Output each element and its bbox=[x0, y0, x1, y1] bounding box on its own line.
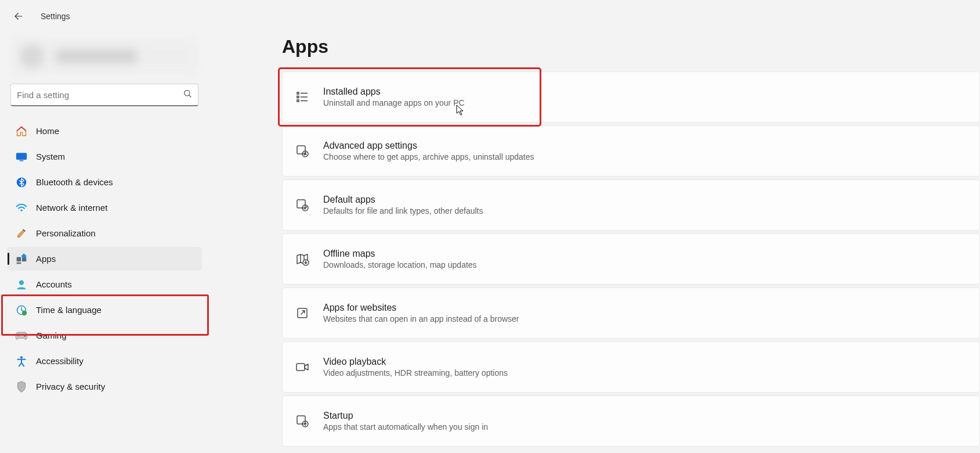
sidebar-item-privacy[interactable]: Privacy & security bbox=[7, 375, 202, 398]
sidebar-item-label: Personalization bbox=[36, 228, 96, 238]
svg-rect-19 bbox=[297, 100, 299, 102]
arrow-left-icon bbox=[13, 11, 24, 21]
sidebar-item-accessibility[interactable]: Accessibility bbox=[7, 349, 202, 373]
svg-point-14 bbox=[23, 334, 24, 335]
avatar bbox=[20, 44, 44, 69]
svg-rect-18 bbox=[297, 96, 299, 98]
svg-point-13 bbox=[22, 310, 27, 315]
card-video-playback[interactable]: Video playback Video adjustments, HDR st… bbox=[282, 341, 980, 393]
accounts-icon bbox=[15, 278, 28, 291]
list-grid-icon bbox=[294, 89, 310, 105]
card-advanced-app-settings[interactable]: Advanced app settings Choose where to ge… bbox=[282, 125, 980, 177]
svg-point-16 bbox=[20, 356, 23, 358]
paintbrush-icon bbox=[15, 227, 28, 240]
sidebar-item-label: Time & language bbox=[36, 305, 102, 315]
svg-line-2 bbox=[189, 95, 191, 97]
sidebar-item-personalization[interactable]: Personalization bbox=[7, 221, 202, 245]
svg-rect-25 bbox=[297, 200, 305, 208]
card-subtitle: Choose where to get apps, archive apps, … bbox=[323, 152, 534, 163]
bluetooth-icon bbox=[15, 176, 28, 189]
card-offline-maps[interactable]: Offline maps Downloads, storage location… bbox=[282, 233, 980, 285]
page-title: Apps bbox=[282, 36, 980, 57]
card-title: Apps for websites bbox=[323, 301, 519, 314]
card-installed-apps[interactable]: Installed apps Uninstall and manage apps… bbox=[282, 71, 980, 123]
card-title: Offline maps bbox=[323, 247, 477, 260]
sidebar-item-label: Gaming bbox=[36, 330, 67, 340]
open-external-icon bbox=[294, 305, 310, 321]
sidebar-item-label: Bluetooth & devices bbox=[36, 177, 113, 187]
sidebar-item-apps[interactable]: Apps bbox=[7, 247, 202, 271]
sidebar-item-accounts[interactable]: Accounts bbox=[7, 272, 202, 296]
sidebar: Home System Bluetooth & devices Network … bbox=[0, 33, 209, 453]
card-subtitle: Video adjustments, HDR streaming, batter… bbox=[323, 368, 508, 379]
card-subtitle: Websites that can open in an app instead… bbox=[323, 314, 519, 325]
wifi-icon bbox=[15, 202, 28, 214]
account-name-placeholder bbox=[56, 49, 137, 63]
card-default-apps[interactable]: Default apps Defaults for file and link … bbox=[282, 179, 980, 231]
svg-rect-23 bbox=[297, 146, 305, 154]
window-title: Settings bbox=[41, 12, 70, 21]
sidebar-item-network[interactable]: Network & internet bbox=[7, 196, 202, 220]
card-title: Advanced app settings bbox=[323, 139, 534, 152]
apps-icon bbox=[15, 253, 28, 265]
card-title: Installed apps bbox=[323, 85, 465, 98]
card-apps-for-websites[interactable]: Apps for websites Websites that can open… bbox=[282, 287, 980, 339]
accessibility-icon bbox=[15, 355, 28, 368]
svg-point-6 bbox=[20, 209, 22, 211]
card-title: Video playback bbox=[323, 355, 508, 368]
nav-list: Home System Bluetooth & devices Network … bbox=[0, 119, 209, 398]
sidebar-item-label: Apps bbox=[36, 254, 56, 264]
card-subtitle: Uninstall and manage apps on your PC bbox=[323, 98, 465, 109]
card-subtitle: Defaults for file and link types, other … bbox=[323, 206, 483, 217]
svg-rect-17 bbox=[297, 92, 299, 94]
shield-icon bbox=[15, 380, 28, 393]
search-input[interactable] bbox=[17, 88, 183, 102]
svg-rect-4 bbox=[20, 160, 24, 161]
svg-rect-3 bbox=[16, 153, 27, 160]
svg-rect-9 bbox=[17, 262, 21, 264]
video-icon bbox=[294, 359, 310, 375]
search-box[interactable] bbox=[10, 84, 198, 106]
map-download-icon bbox=[294, 251, 310, 267]
sidebar-item-label: Accessibility bbox=[36, 356, 84, 366]
sidebar-item-label: Privacy & security bbox=[36, 382, 105, 391]
svg-rect-7 bbox=[17, 257, 21, 261]
back-button[interactable] bbox=[10, 8, 27, 24]
content: Apps Installed apps Uninstall and manage… bbox=[282, 33, 980, 453]
svg-point-15 bbox=[24, 335, 26, 336]
cards-list: Installed apps Uninstall and manage apps… bbox=[282, 71, 980, 447]
home-icon bbox=[15, 125, 28, 138]
svg-rect-30 bbox=[297, 416, 305, 424]
sidebar-item-time[interactable]: Time & language bbox=[7, 298, 202, 322]
sidebar-item-home[interactable]: Home bbox=[7, 119, 202, 143]
svg-rect-29 bbox=[296, 364, 305, 371]
clock-globe-icon bbox=[15, 304, 28, 317]
sidebar-item-label: Home bbox=[36, 126, 59, 136]
gaming-icon bbox=[15, 329, 28, 342]
sidebar-item-label: System bbox=[36, 152, 65, 161]
sidebar-item-system[interactable]: System bbox=[7, 145, 202, 168]
app-settings-icon bbox=[294, 143, 310, 159]
search-icon[interactable] bbox=[183, 89, 192, 100]
card-startup[interactable]: Startup Apps that start automatically wh… bbox=[282, 396, 980, 447]
card-subtitle: Downloads, storage location, map updates bbox=[323, 260, 477, 271]
sidebar-item-bluetooth[interactable]: Bluetooth & devices bbox=[7, 170, 202, 194]
account-area[interactable] bbox=[10, 38, 198, 74]
header: Settings bbox=[0, 0, 980, 33]
system-icon bbox=[15, 150, 28, 163]
sidebar-item-gaming[interactable]: Gaming bbox=[7, 323, 202, 347]
card-subtitle: Apps that start automatically when you s… bbox=[323, 422, 488, 433]
svg-point-11 bbox=[19, 280, 24, 285]
sidebar-item-label: Accounts bbox=[36, 279, 72, 289]
card-title: Default apps bbox=[323, 193, 483, 206]
default-apps-icon bbox=[294, 197, 310, 213]
sidebar-item-label: Network & internet bbox=[36, 203, 107, 213]
startup-icon bbox=[294, 413, 310, 429]
card-title: Startup bbox=[323, 409, 488, 422]
